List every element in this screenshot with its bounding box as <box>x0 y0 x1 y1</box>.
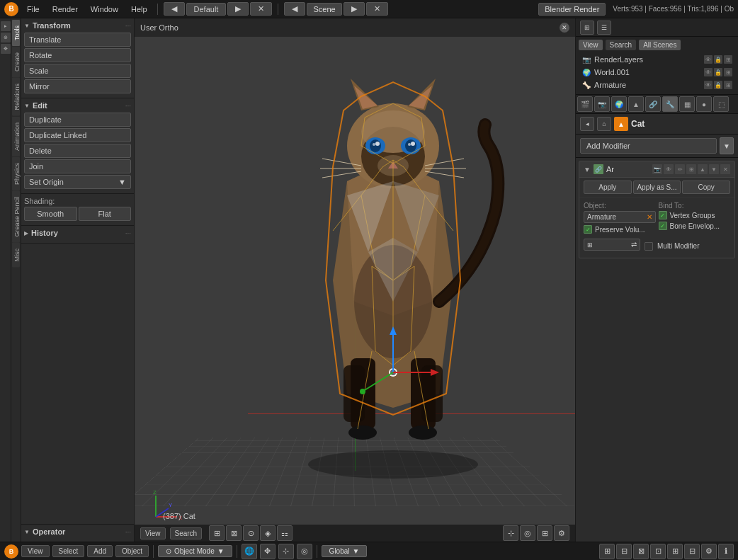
global-btn[interactable]: Global ▼ <box>322 545 368 557</box>
tab-relations[interactable]: Relations <box>12 78 20 116</box>
props-tab-modifiers[interactable]: 🔧 <box>662 96 678 112</box>
viewport-layers-btn[interactable]: ⊞ <box>537 525 552 541</box>
bottom-view-btn[interactable]: View <box>21 545 50 557</box>
viewport-icon-4[interactable]: ◈ <box>260 525 276 541</box>
menu-help[interactable]: Help <box>127 4 152 15</box>
object-mode-btn[interactable]: ⊙ Object Mode ▼ <box>158 545 232 557</box>
apply-btn[interactable]: Apply <box>584 181 632 194</box>
duplicate-linked-btn[interactable]: Duplicate Linked <box>24 128 131 142</box>
props-tab-texture[interactable]: ⬚ <box>713 96 729 112</box>
renderlayers-vis-btn-3[interactable]: ⊞ <box>724 55 732 64</box>
bottom-icon-snap[interactable]: ⊹ <box>278 544 294 559</box>
menu-file[interactable]: File <box>23 4 44 15</box>
tab-animation[interactable]: Animation <box>12 117 20 156</box>
armature-clear-btn[interactable]: ✕ <box>647 213 652 221</box>
viewport[interactable]: User Ortho ✕ <box>135 18 575 542</box>
props-back-btn[interactable]: ◂ <box>580 117 594 131</box>
bottom-object-btn[interactable]: Object <box>115 545 149 557</box>
tab-physics[interactable]: Physics <box>12 157 20 190</box>
rotate-btn[interactable]: Rotate <box>24 48 131 62</box>
renderlayers-vis-btn-1[interactable]: 👁 <box>704 55 713 64</box>
bottom-layers-btn-2[interactable]: ⊟ <box>616 544 632 559</box>
mod-render-btn[interactable]: 📷 <box>652 164 662 174</box>
bottom-layers-btn-5[interactable]: ⊞ <box>667 544 683 559</box>
armature-vis-btn-2[interactable]: 🔒 <box>714 81 722 89</box>
preserve-vol-check[interactable]: ✓ <box>584 225 592 234</box>
props-tab-constraints[interactable]: 🔗 <box>645 96 661 112</box>
copy-btn[interactable]: Copy <box>682 181 730 194</box>
menu-render[interactable]: Render <box>48 4 82 15</box>
add-modifier-btn[interactable]: Add Modifier <box>580 138 717 154</box>
set-origin-select[interactable]: Set Origin ▼ <box>24 175 131 189</box>
props-home-btn[interactable]: ⌂ <box>597 117 611 131</box>
flat-btn[interactable]: Flat <box>79 207 132 221</box>
join-btn[interactable]: Join <box>24 159 131 173</box>
tab-tools[interactable]: Tools <box>12 20 20 46</box>
bottom-icon-globe[interactable]: 🌐 <box>242 544 257 559</box>
outliner-tab-view[interactable]: View <box>579 40 603 50</box>
mod-eye-btn[interactable]: 👁 <box>664 164 674 174</box>
delete-btn[interactable]: Delete <box>24 144 131 158</box>
viewport-pivot-btn[interactable]: ◎ <box>520 525 535 541</box>
scene-next[interactable]: ▶ <box>344 2 365 16</box>
mod-edit-btn[interactable]: ✏ <box>675 164 685 174</box>
scene-dropdown[interactable]: Scene <box>307 3 341 16</box>
modifier-number-input[interactable]: ⊞ ⇌ <box>584 239 640 251</box>
tool-icon-2[interactable]: ⊕ <box>1 33 11 42</box>
workspace-add[interactable]: ✕ <box>250 2 272 16</box>
viewport-icon-2[interactable]: ⊠ <box>226 525 242 541</box>
scene-add[interactable]: ✕ <box>366 2 388 16</box>
duplicate-btn[interactable]: Duplicate <box>24 113 131 127</box>
bottom-settings-btn[interactable]: ⚙ <box>701 544 717 559</box>
bottom-layers-btn-6[interactable]: ⊟ <box>684 544 700 559</box>
mirror-btn[interactable]: Mirror <box>24 79 131 93</box>
props-tab-object[interactable]: ▲ <box>628 96 644 112</box>
bottom-layers-btn-4[interactable]: ⊡ <box>650 544 666 559</box>
operator-header[interactable]: ▼ Operator ··· <box>24 527 131 536</box>
bottom-icon-transform[interactable]: ✥ <box>260 544 276 559</box>
tab-misc[interactable]: Misc <box>12 243 20 268</box>
modifier-expand[interactable]: ▼ <box>584 166 591 173</box>
outliner-item-world[interactable]: 🌍 World.001 👁 🔒 ⊞ <box>579 66 735 79</box>
translate-btn[interactable]: Translate <box>24 33 131 47</box>
bottom-icon-pivot[interactable]: ◎ <box>297 544 312 559</box>
history-header[interactable]: ▶ History ··· <box>24 229 131 237</box>
bottom-select-btn[interactable]: Select <box>52 545 85 557</box>
outliner-item-renderlayers[interactable]: 📷 RenderLayers 👁 🔒 ⊞ <box>579 53 735 66</box>
smooth-btn[interactable]: Smooth <box>24 207 77 221</box>
viewport-icon-5[interactable]: ⚏ <box>277 525 293 541</box>
viewport-icon-1[interactable]: ⊞ <box>209 525 225 541</box>
modifier-dropdown-arrow[interactable]: ▼ <box>720 137 734 154</box>
world-vis-btn-1[interactable]: 👁 <box>704 68 713 76</box>
mod-expand-btn-2[interactable]: ▼ <box>709 164 719 174</box>
props-tab-data[interactable]: ▦ <box>679 96 695 112</box>
mod-expand-btn[interactable]: ▲ <box>698 164 708 174</box>
props-tab-render[interactable]: 📷 <box>594 96 610 112</box>
multi-modifier-check[interactable] <box>645 242 653 251</box>
bone-envelopes-check[interactable]: ✓ <box>659 222 667 230</box>
props-icon-btn-1[interactable]: ⊞ <box>580 21 594 35</box>
menu-window[interactable]: Window <box>86 4 123 15</box>
transform-header[interactable]: ▼ Transform ··· <box>24 21 131 30</box>
workspace-next[interactable]: ▶ <box>227 2 249 16</box>
scale-btn[interactable]: Scale <box>24 64 131 78</box>
outliner-tab-scenes[interactable]: All Scenes <box>639 40 681 50</box>
mod-close-btn[interactable]: ✕ <box>720 164 730 174</box>
mod-cage-btn[interactable]: ⊞ <box>686 164 696 174</box>
workspace-name[interactable]: Default <box>186 3 227 16</box>
props-tab-material[interactable]: ● <box>696 96 712 112</box>
props-tab-scene[interactable]: 🎬 <box>577 96 593 112</box>
viewport-close[interactable]: ✕ <box>560 23 569 33</box>
scene-prev[interactable]: ◀ <box>284 2 305 16</box>
props-tab-world[interactable]: 🌍 <box>611 96 627 112</box>
armature-vis-btn-1[interactable]: 👁 <box>704 81 713 89</box>
bottom-layers-btn-3[interactable]: ⊠ <box>633 544 649 559</box>
viewport-icon-3[interactable]: ⊙ <box>243 525 259 541</box>
viewport-snap-btn[interactable]: ⊹ <box>503 525 518 541</box>
tool-icon-3[interactable]: ✥ <box>1 44 11 54</box>
armature-value[interactable]: Armature ✕ <box>584 211 656 223</box>
tab-create[interactable]: Create <box>12 47 20 77</box>
tool-icon-1[interactable]: ▸ <box>1 21 11 31</box>
viewport-settings-btn[interactable]: ⚙ <box>554 525 569 541</box>
engine-dropdown[interactable]: Blender Render <box>538 3 606 16</box>
